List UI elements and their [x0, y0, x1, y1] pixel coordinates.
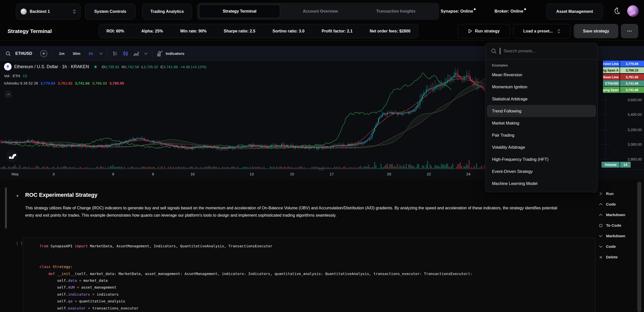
run-strategy-button[interactable]: Run strategy [458, 24, 510, 38]
chevron-down-icon [599, 245, 603, 248]
save-strategy-button[interactable]: Save strategy [574, 24, 618, 38]
cell-action-markdown[interactable]: Markdown [599, 231, 625, 241]
preset-item[interactable]: High-Frequency Trading (HFT) [487, 153, 596, 165]
search-icon[interactable] [6, 51, 11, 56]
ichimoku-value: 3,770.84 [41, 81, 55, 85]
cell-action-to-code[interactable]: To Code [599, 220, 625, 231]
main-tab-group: Strategy Terminal Account Overview Trans… [197, 3, 439, 20]
more-options-button[interactable]: ... [621, 24, 638, 38]
indicators-button[interactable]: Indicators [157, 50, 184, 57]
preset-item[interactable]: Market Making [487, 117, 596, 129]
notebook-section: ▼ ROC Experimental Strategy This strateg… [0, 179, 644, 312]
chevron-down-icon[interactable] [144, 53, 147, 55]
preset-item[interactable]: Machine Learning Model [487, 177, 596, 189]
cell-action-delete[interactable]: Delete [599, 252, 625, 262]
indicator-price-label: Leading Span A3,766.33 [603, 67, 644, 73]
area-style-icon[interactable] [133, 51, 140, 57]
load-preset-select[interactable]: Load a preset... [513, 24, 570, 38]
performance-stats: ROI: 60%Alpha: 25%Win rate: 90%Sharpe ra… [99, 24, 418, 38]
time-tick-label: 6 [112, 172, 114, 176]
cell-action-code[interactable]: Code [599, 241, 625, 252]
toolbar-divider [152, 50, 152, 57]
preset-item[interactable]: Pair Trading [487, 129, 596, 141]
bars-style-icon[interactable] [112, 51, 118, 57]
x-icon [599, 256, 603, 259]
preset-item[interactable]: Event-Driven Strategy [487, 165, 596, 177]
cell-action-run[interactable]: Run [599, 188, 625, 199]
time-tick-label: 15 [290, 172, 294, 176]
status-synapse: Synapse: Online [441, 9, 476, 14]
nav-trading-analytics[interactable]: Trading Analytics [142, 4, 192, 20]
candles-style-icon[interactable] [123, 51, 129, 57]
preset-item[interactable]: Momentum Ignition [487, 81, 596, 93]
collapse-triangle-icon[interactable]: ▼ [16, 194, 19, 198]
preset-item[interactable]: Volatility Arbitrage [487, 141, 596, 153]
nav-system-controls[interactable]: System Controls [85, 4, 135, 20]
indicator-price-label: Lagging Span3,741.66 [603, 87, 644, 93]
code-line: self.indicators = indicators [40, 291, 590, 298]
ichimoku-value: 3,790.95 [109, 81, 124, 85]
symbol-search[interactable]: ETHUSD [15, 51, 32, 56]
symbol-title[interactable]: Ethereum / U.S. Dollar · 1h · KRAKEN [14, 64, 89, 69]
indicator-price-label: ETHUSD3,741.66 [603, 80, 644, 86]
tab-account-overview[interactable]: Account Overview [283, 3, 358, 20]
stat-item: Net order fees: $2800 [370, 29, 410, 33]
asset-management-button[interactable]: Asset Management [546, 4, 603, 20]
theme-toggle-moon-icon[interactable] [612, 7, 621, 16]
volume-legend-label[interactable]: Vol · ETH [4, 74, 20, 78]
preset-item[interactable]: Statistical Arbitrage [487, 93, 596, 105]
cell-actions-menu: RunCodeMarkdownTo CodeMarkdownCodeDelete [599, 188, 625, 262]
time-tick-label: 13 [250, 172, 254, 176]
stat-item: Sortino ratio: 3.0 [273, 29, 305, 33]
ichimoku-values: 3,770.843,761.823,741.663,766.333,790.95 [41, 81, 124, 85]
ichimoku-value: 3,761.82 [58, 81, 72, 85]
pane-resize-handle[interactable] [319, 168, 324, 170]
code-line: self.AUM = asset_management [40, 284, 590, 291]
tradingview-logo[interactable] [6, 150, 19, 163]
legend-collapse-button[interactable] [5, 91, 12, 98]
chevron-up-icon [7, 94, 10, 95]
code-editor[interactable]: from SynapseAPI import MarketData, Asset… [23, 238, 595, 312]
stat-item: Profit factor: 2.1 [322, 29, 353, 33]
cell-action-code[interactable]: Code [599, 199, 625, 210]
text-caret [500, 48, 500, 54]
square-icon [599, 224, 603, 227]
preset-item[interactable]: Trend Following [487, 105, 596, 117]
interval-1m[interactable]: 1m [57, 51, 66, 56]
online-dot-icon [524, 8, 526, 10]
interval-1h[interactable]: 1h [87, 51, 95, 56]
time-tick-label: 20 [387, 172, 391, 176]
price-tick-label: 2,800.00 [628, 157, 642, 161]
preset-dropdown-menu: Search presets... Examples Mean Reversio… [485, 43, 598, 192]
scrollbar-thumb[interactable] [637, 182, 641, 312]
preset-search-field[interactable]: Search presets... [485, 43, 597, 59]
chevron-right-icon [599, 192, 603, 196]
toolbar-divider [107, 50, 107, 57]
app-root: { "topbar": { "workspace": {"label": "Ba… [0, 0, 644, 312]
preset-item[interactable]: Mean Reversion [487, 69, 596, 81]
price-tick-label: 3,000.00 [628, 142, 642, 146]
indicators-icon [157, 50, 163, 57]
time-tick-label: 10 [191, 172, 195, 176]
volume-legend-value: 13 [23, 74, 27, 78]
tab-transaction-insights[interactable]: Transaction Insights [358, 3, 434, 20]
workspace-selector[interactable]: Backtest 1 [16, 4, 81, 20]
toolbar-divider [52, 50, 53, 57]
page-title: Strategy Terminal [8, 28, 52, 34]
time-tick-label: 17 [330, 172, 334, 176]
ichimoku-legend-label[interactable]: Ichimoku 9 26 52 26 [4, 81, 38, 85]
compare-add-icon[interactable] [40, 50, 48, 58]
tab-strategy-terminal[interactable]: Strategy Terminal [199, 5, 280, 18]
code-line: from SynapseAPI import MarketData, Asset… [40, 243, 590, 250]
cell-action-markdown[interactable]: Markdown [599, 210, 625, 220]
ichimoku-value: 3,766.33 [92, 81, 107, 85]
volume-scale-badge: Volume 13 [601, 162, 631, 168]
ohlc-values: O3,735.91H3,742.58L3,735.32C3,741.66 [102, 65, 178, 69]
ohlc-pair: L3,735.32 [141, 65, 158, 69]
indicator-price-label: Conversion Line3,770.84 [603, 61, 644, 67]
stat-item: ROI: 60% [106, 29, 124, 33]
user-avatar[interactable] [627, 5, 639, 17]
cell-selection-indicator[interactable] [5, 187, 7, 228]
chevron-down-icon[interactable] [99, 53, 103, 55]
interval-30m[interactable]: 30m [71, 51, 82, 56]
